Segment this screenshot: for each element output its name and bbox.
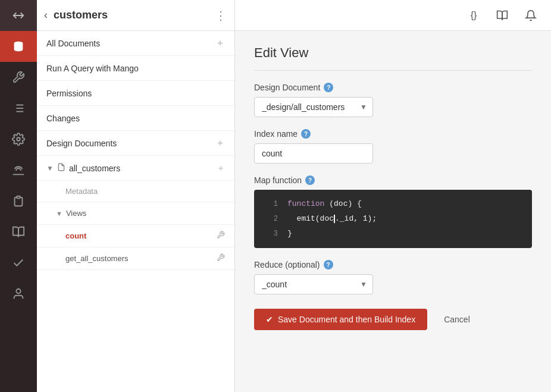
cancel-button[interactable]: Cancel bbox=[434, 309, 480, 330]
action-row: ✔ Save Document and then Build Index Can… bbox=[254, 309, 532, 330]
verify-icon[interactable] bbox=[0, 247, 37, 278]
wrench-small-icon-2[interactable] bbox=[217, 253, 225, 264]
expand-arrow-icon: ▼ bbox=[46, 164, 54, 173]
sidebar-nav: All Documents ＋ Run A Query with Mango P… bbox=[37, 31, 234, 392]
sidebar-view-count[interactable]: count bbox=[37, 225, 234, 247]
reduce-select-wrapper: _count_sum_statsnone ▼ bbox=[254, 274, 373, 294]
clipboard-icon[interactable] bbox=[0, 186, 37, 217]
svg-point-7 bbox=[17, 137, 20, 141]
sidebar-views-header[interactable]: ▼ Views bbox=[37, 202, 234, 225]
add-icon[interactable]: ＋ bbox=[215, 37, 225, 49]
map-function-help-icon[interactable]: ? bbox=[305, 175, 315, 185]
document-icon bbox=[57, 163, 65, 173]
reduce-help-icon[interactable]: ? bbox=[324, 260, 333, 269]
code-editor[interactable]: 1 function (doc) { 2 emit(doc._id, 1); 3… bbox=[254, 190, 532, 248]
map-function-group: Map function ? 1 function (doc) { 2 emit… bbox=[254, 175, 532, 248]
docs-toolbar-button[interactable] bbox=[491, 5, 513, 26]
back-button[interactable]: ‹ bbox=[44, 9, 48, 21]
svg-rect-8 bbox=[17, 196, 20, 199]
sidebar-view-get-all-customers[interactable]: get_all_customers bbox=[37, 247, 234, 270]
book-open-icon[interactable] bbox=[0, 217, 37, 247]
sidebar: ‹ customers ⋮ All Documents ＋ Run A Quer… bbox=[37, 0, 235, 392]
add-doc-icon[interactable]: ＋ bbox=[217, 163, 225, 174]
gear-icon[interactable] bbox=[0, 124, 37, 155]
reduce-group: Reduce (optional) ? _count_sum_statsnone… bbox=[254, 260, 532, 294]
sidebar-item-changes[interactable]: Changes bbox=[37, 106, 234, 131]
json-toolbar-button[interactable]: {} bbox=[463, 5, 484, 26]
person-icon[interactable] bbox=[0, 278, 37, 309]
sidebar-item-permissions[interactable]: Permissions bbox=[37, 81, 234, 106]
code-line-2: 2 emit(doc._id, 1); bbox=[254, 212, 532, 227]
edit-view-panel: Edit View Design Document ? _design/all_… bbox=[235, 31, 551, 392]
map-function-label: Map function ? bbox=[254, 175, 532, 185]
wrench-icon[interactable] bbox=[0, 62, 37, 93]
main-content-area: {} Edit View Design Document ? _design/a… bbox=[235, 0, 551, 392]
code-line-3: 3 } bbox=[254, 227, 532, 242]
sidebar-metadata[interactable]: Metadata bbox=[37, 181, 234, 202]
add-design-doc-icon[interactable]: ＋ bbox=[215, 137, 225, 149]
design-doc-label: Design Document ? bbox=[254, 83, 532, 92]
code-line-1: 1 function (doc) { bbox=[254, 197, 532, 212]
back-arrow-icon[interactable] bbox=[0, 0, 37, 31]
sidebar-item-run-query[interactable]: Run A Query with Mango bbox=[37, 56, 234, 81]
page-title: Edit View bbox=[254, 45, 532, 71]
sidebar-item-all-customers[interactable]: ▼ all_customers ＋ bbox=[37, 156, 234, 181]
sidebar-item-design-documents[interactable]: Design Documents ＋ bbox=[37, 131, 234, 156]
wrench-small-icon[interactable] bbox=[217, 231, 225, 241]
list-icon[interactable] bbox=[0, 93, 37, 124]
database-icon[interactable] bbox=[0, 31, 37, 62]
design-doc-help-icon[interactable]: ? bbox=[324, 83, 333, 92]
checkmark-icon: ✔ bbox=[266, 315, 273, 324]
main-toolbar: {} bbox=[235, 0, 551, 31]
reduce-select[interactable]: _count_sum_statsnone bbox=[254, 274, 373, 294]
design-doc-select-wrapper: _design/all_customers ▼ bbox=[254, 97, 373, 117]
index-name-input[interactable] bbox=[254, 143, 373, 164]
index-name-label: Index name ? bbox=[254, 129, 532, 139]
save-build-index-button[interactable]: ✔ Save Document and then Build Index bbox=[254, 309, 427, 330]
design-doc-select[interactable]: _design/all_customers bbox=[254, 97, 373, 117]
icon-bar bbox=[0, 0, 37, 392]
bell-toolbar-button[interactable] bbox=[520, 5, 541, 26]
sidebar-title: customers bbox=[54, 9, 215, 21]
sidebar-item-all-documents[interactable]: All Documents ＋ bbox=[37, 31, 234, 56]
reduce-label: Reduce (optional) ? bbox=[254, 260, 532, 269]
radio-icon[interactable] bbox=[0, 155, 37, 186]
sidebar-menu-dots[interactable]: ⋮ bbox=[215, 8, 227, 23]
index-name-help-icon[interactable]: ? bbox=[301, 129, 311, 139]
views-arrow-icon: ▼ bbox=[56, 210, 62, 217]
sidebar-header: ‹ customers ⋮ bbox=[37, 0, 234, 31]
index-name-group: Index name ? bbox=[254, 129, 532, 164]
svg-point-9 bbox=[16, 289, 20, 293]
design-doc-group: Design Document ? _design/all_customers … bbox=[254, 83, 532, 117]
